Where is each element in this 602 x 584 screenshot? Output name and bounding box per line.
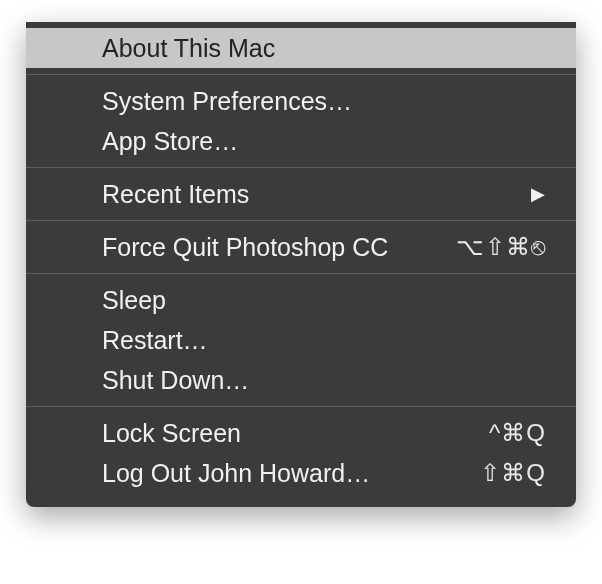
menu-item-label: Lock Screen — [102, 417, 241, 449]
menu-item-system-preferences[interactable]: System Preferences… — [26, 81, 576, 121]
menu-item-label: App Store… — [102, 125, 238, 157]
keyboard-shortcut: ⌥⇧⌘⎋ — [456, 231, 546, 263]
menu-item-shut-down[interactable]: Shut Down… — [26, 360, 576, 400]
menu-item-label: Force Quit Photoshop CC — [102, 231, 388, 263]
menu-item-label: About This Mac — [102, 32, 275, 64]
menu-item-recent-items[interactable]: Recent Items ▶ — [26, 174, 576, 214]
menu-item-label: Sleep — [102, 284, 166, 316]
menu-item-sleep[interactable]: Sleep — [26, 280, 576, 320]
menu-item-label: Recent Items — [102, 178, 249, 210]
menu-item-label: Shut Down… — [102, 364, 249, 396]
menu-group: Force Quit Photoshop CC ⌥⇧⌘⎋ — [26, 221, 576, 273]
menu-item-label: Restart… — [102, 324, 208, 356]
menu-item-restart[interactable]: Restart… — [26, 320, 576, 360]
menu-item-label: Log Out John Howard… — [102, 457, 370, 489]
menu-group: About This Mac — [26, 22, 576, 74]
keyboard-shortcut: ^⌘Q — [489, 417, 546, 449]
chevron-right-icon: ▶ — [531, 178, 546, 210]
menu-item-lock-screen[interactable]: Lock Screen ^⌘Q — [26, 413, 576, 453]
menu-item-log-out[interactable]: Log Out John Howard… ⇧⌘Q — [26, 453, 576, 493]
menu-item-about-this-mac[interactable]: About This Mac — [26, 28, 576, 68]
menu-group: Lock Screen ^⌘Q Log Out John Howard… ⇧⌘Q — [26, 407, 576, 499]
keyboard-shortcut: ⇧⌘Q — [480, 457, 546, 489]
menu-group: Sleep Restart… Shut Down… — [26, 274, 576, 406]
apple-menu: About This Mac System Preferences… App S… — [26, 22, 576, 507]
menu-item-app-store[interactable]: App Store… — [26, 121, 576, 161]
menu-item-label: System Preferences… — [102, 85, 352, 117]
menu-group: System Preferences… App Store… — [26, 75, 576, 167]
submenu-indicator: ▶ — [531, 178, 546, 210]
menu-item-force-quit[interactable]: Force Quit Photoshop CC ⌥⇧⌘⎋ — [26, 227, 576, 267]
menu-group: Recent Items ▶ — [26, 168, 576, 220]
